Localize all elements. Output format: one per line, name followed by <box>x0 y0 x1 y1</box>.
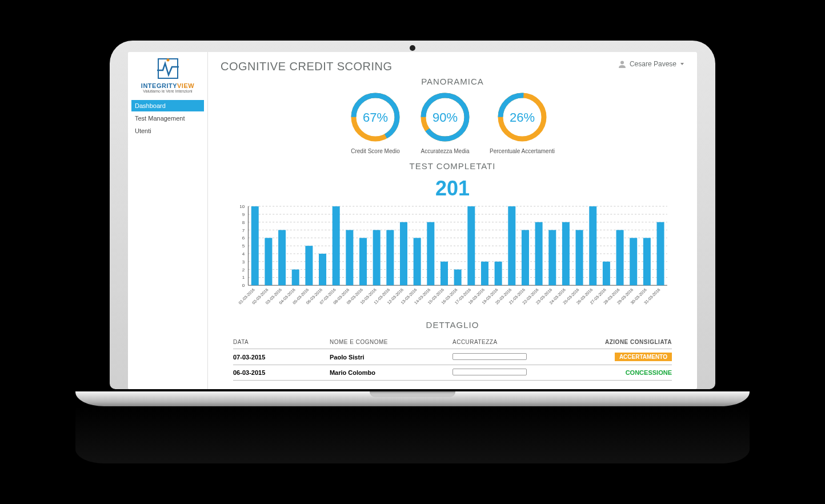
main-content: COGNITIVE CREDIT SCORING Cesare Pavese P… <box>208 52 697 389</box>
svg-text:9: 9 <box>242 212 245 217</box>
svg-rect-73 <box>508 206 515 285</box>
sidebar: INTEGRITYVIEW Valutiamo le Vere Intenzio… <box>128 52 208 389</box>
cell-date: 06-03-2015 <box>233 369 330 376</box>
svg-rect-95 <box>657 222 664 286</box>
dettaglio-title: DETTAGLIO <box>221 320 684 330</box>
logo: INTEGRITYVIEW Valutiamo le Vere Intenzio… <box>131 58 204 93</box>
table-row[interactable]: 07-03-2015 Paolo Sistri ACCERTAMENTO <box>233 349 672 365</box>
cell-acc <box>452 369 567 377</box>
reflection <box>75 406 750 463</box>
svg-text:26%: 26% <box>510 110 535 125</box>
svg-rect-93 <box>643 238 651 285</box>
panoramica-title: PANORAMICA <box>221 77 684 86</box>
svg-text:4: 4 <box>242 251 245 257</box>
user-menu[interactable]: Cesare Pavese <box>618 60 684 68</box>
completati-title: TEST COMPLETATI <box>221 161 684 171</box>
brand-name: INTEGRITYVIEW <box>131 82 204 89</box>
detail-table: DATA NOME E COGNOME ACCURATEZZA AZIONE C… <box>233 335 672 381</box>
laptop-base <box>75 391 750 406</box>
svg-rect-47 <box>333 206 340 285</box>
svg-rect-67 <box>467 206 475 285</box>
svg-rect-81 <box>562 222 570 286</box>
svg-point-2 <box>620 61 624 65</box>
svg-rect-61 <box>427 222 434 286</box>
svg-text:7: 7 <box>242 228 245 233</box>
svg-rect-53 <box>373 230 381 286</box>
completati-total: 201 <box>221 177 684 201</box>
donut-credit-score-medio: 67% Credit Score Medio <box>350 92 401 154</box>
svg-rect-55 <box>386 230 394 286</box>
user-name: Cesare Pavese <box>630 60 676 68</box>
nav-item-dashboard[interactable]: Dashboard <box>131 100 204 111</box>
svg-text:67%: 67% <box>363 110 388 125</box>
svg-rect-57 <box>400 222 407 286</box>
svg-rect-51 <box>359 238 367 285</box>
cell-action: CONCESSIONE <box>567 369 672 376</box>
camera <box>410 45 415 51</box>
svg-rect-69 <box>481 262 488 285</box>
svg-rect-49 <box>346 230 353 286</box>
svg-rect-71 <box>495 262 502 285</box>
chevron-down-icon <box>680 62 684 66</box>
svg-rect-43 <box>305 246 313 285</box>
svg-text:90%: 90% <box>432 110 458 125</box>
svg-text:6: 6 <box>242 235 245 241</box>
cell-name: Paolo Sistri <box>330 354 452 361</box>
th-azione: AZIONE CONSIGLIATA <box>567 339 672 345</box>
svg-rect-37 <box>265 238 272 285</box>
svg-text:2: 2 <box>242 267 245 273</box>
svg-rect-75 <box>522 230 529 286</box>
app-screen: INTEGRITYVIEW Valutiamo le Vere Intenzio… <box>128 52 697 389</box>
action-badge: ACCERTAMENTO <box>615 353 672 361</box>
svg-text:5: 5 <box>242 243 245 249</box>
donut-row: 67% Credit Score Medio 90% Accuratezza M… <box>221 92 684 154</box>
svg-rect-59 <box>414 238 421 285</box>
svg-rect-39 <box>278 230 286 286</box>
svg-text:0: 0 <box>242 283 245 288</box>
cell-name: Mario Colombo <box>330 369 452 376</box>
nav-item-test-management[interactable]: Test Management <box>131 113 204 124</box>
logo-icon <box>155 58 181 79</box>
bar-chart: 01234567891001-03-201602-03-201603-03-20… <box>232 203 673 315</box>
svg-rect-89 <box>616 230 624 286</box>
svg-rect-85 <box>589 206 596 285</box>
svg-text:3: 3 <box>242 259 245 265</box>
svg-rect-63 <box>440 262 448 285</box>
svg-rect-65 <box>454 270 462 286</box>
svg-rect-83 <box>576 230 583 286</box>
th-data: DATA <box>233 339 330 345</box>
nav-item-utenti[interactable]: Utenti <box>131 125 204 137</box>
cell-acc <box>452 353 567 361</box>
cell-date: 07-03-2015 <box>233 354 330 361</box>
svg-rect-91 <box>630 238 637 285</box>
nav: DashboardTest ManagementUtenti <box>131 100 204 137</box>
svg-text:1: 1 <box>242 275 245 280</box>
svg-rect-79 <box>548 230 556 286</box>
svg-text:8: 8 <box>242 220 245 225</box>
svg-rect-45 <box>319 254 326 285</box>
svg-rect-77 <box>535 222 543 286</box>
cell-action: ACCERTAMENTO <box>567 353 672 361</box>
th-acc: ACCURATEZZA <box>452 339 567 345</box>
user-icon <box>618 60 626 68</box>
svg-rect-87 <box>603 262 610 285</box>
svg-text:10: 10 <box>239 204 245 209</box>
donut-percentuale-accertamenti: 26% Percentuale Accertamenti <box>490 92 555 154</box>
page-title: COGNITIVE CREDIT SCORING <box>221 60 684 73</box>
donut-accuratezza-media: 90% Accuratezza Media <box>420 92 470 154</box>
table-row[interactable]: 06-03-2015 Mario Colombo CONCESSIONE <box>233 365 672 381</box>
svg-rect-41 <box>292 270 299 286</box>
svg-point-1 <box>166 59 169 62</box>
svg-rect-35 <box>251 206 259 285</box>
brand-tagline: Valutiamo le Vere Intenzioni <box>131 89 204 93</box>
table-header: DATA NOME E COGNOME ACCURATEZZA AZIONE C… <box>233 335 672 349</box>
action-badge: CONCESSIONE <box>626 369 672 376</box>
th-nome: NOME E COGNOME <box>330 339 452 345</box>
